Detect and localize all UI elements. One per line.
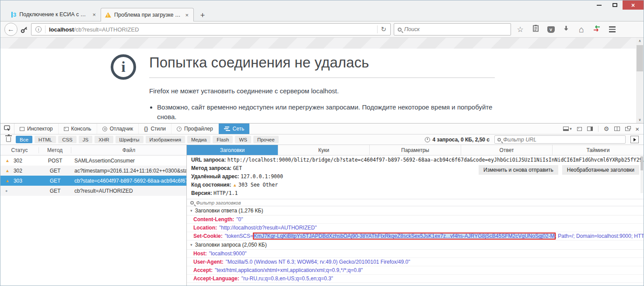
clipboard-icon: [532, 25, 539, 34]
header-value: "Mozilla/5.0 (Windows NT 6.3; WOW64; rv:…: [226, 259, 410, 265]
filter-css[interactable]: CSS: [58, 136, 77, 143]
search-input[interactable]: [404, 26, 507, 32]
search-bar[interactable]: [394, 23, 511, 35]
filter-url-box[interactable]: [494, 135, 626, 144]
divider: [598, 126, 598, 132]
tab-timings[interactable]: Тайминги: [553, 145, 644, 155]
table-row[interactable]: ▲302 GET ac?timestamp=2016.11.24+11:16:0…: [0, 166, 186, 176]
reload-icon[interactable]: ↻: [381, 25, 386, 33]
tab-response[interactable]: Ответ: [461, 145, 553, 155]
inspector-icon: [20, 127, 24, 131]
scrollbar-thumb[interactable]: [640, 156, 643, 170]
maximize-button[interactable]: [607, 0, 623, 10]
download-icon: [563, 25, 569, 34]
tab-error-page[interactable]: Проблема при загрузке … ×: [101, 8, 194, 21]
devtools-tab-debugger[interactable]: Отладчик: [97, 124, 139, 134]
table-row[interactable]: ● GET cb?result=AUTHORIZED: [0, 186, 186, 196]
header-row: Content-Length: "0": [187, 215, 644, 224]
error-bullet: Возможно, сайт временно недоступен или п…: [157, 102, 495, 122]
tab-headers[interactable]: Заголовки: [187, 145, 278, 155]
tab-params[interactable]: Параметры: [370, 145, 461, 155]
devtools-close-icon[interactable]: ×: [635, 125, 639, 133]
sync-button[interactable]: [591, 23, 603, 35]
response-headers-section[interactable]: ▾ Заголовки ответа (1,276 КБ): [187, 206, 644, 215]
scroll-down-icon[interactable]: ∨: [639, 118, 641, 122]
tab-cookies[interactable]: Куки: [278, 145, 370, 155]
blitz-logo-icon: 3: [11, 12, 16, 18]
scrollbar-thumb[interactable]: [637, 45, 643, 71]
devtools-tab-styles[interactable]: {} Стили: [139, 124, 172, 134]
home-button[interactable]: ⌂: [575, 23, 588, 35]
tab-esia[interactable]: 3 Подключение к ЕСИА с … ×: [7, 8, 101, 21]
filter-url-input[interactable]: [503, 137, 623, 143]
filter-fonts[interactable]: Шрифты: [116, 136, 144, 143]
dock-bottom-button[interactable]: ▾: [563, 127, 572, 131]
split-view-icon[interactable]: [614, 127, 620, 131]
scroll-up-icon[interactable]: ∧: [639, 39, 641, 43]
pick-element-button[interactable]: [0, 124, 14, 134]
filter-media[interactable]: Медиа: [187, 136, 210, 143]
cookie-suffix: ; Path=/; Domain=localhost:9000; HTTPOnl…: [555, 233, 644, 239]
close-button[interactable]: ×: [623, 0, 644, 10]
info-icon[interactable]: i: [35, 26, 42, 32]
table-row[interactable]: ▲302 POST SAMLAssertionConsumer: [0, 155, 186, 166]
devtools-tab-console[interactable]: Консоль: [59, 124, 97, 134]
headers-filter-box[interactable]: [187, 199, 644, 206]
popout-window-icon[interactable]: [625, 127, 630, 131]
new-tab-button[interactable]: +: [196, 10, 210, 21]
edit-resend-button[interactable]: Изменить и снова отправить: [479, 165, 558, 175]
raw-headers-button[interactable]: Необработанные заголовки: [562, 165, 639, 175]
url-bar[interactable]: i localhost/cb?result=AUTHORIZED ↻: [31, 23, 391, 35]
column-method[interactable]: Метод: [39, 147, 71, 153]
hamburger-icon: [609, 26, 616, 32]
filter-other[interactable]: Прочее: [253, 136, 279, 143]
sidebar-toggle-icon[interactable]: [587, 127, 593, 131]
filter-js[interactable]: JS: [79, 136, 92, 143]
request-headers-section[interactable]: ▾ Заголовки запроса (2,050 КБ): [187, 240, 644, 250]
minimize-button[interactable]: [591, 0, 607, 10]
status-code: 302: [14, 158, 22, 164]
file: ac?timestamp=2016.11.24+11:16:02++0300&s…: [71, 168, 186, 174]
devtools-tab-label: Отладчик: [110, 126, 133, 132]
twisty-icon[interactable]: ▾: [190, 208, 192, 213]
filter-all[interactable]: Все: [16, 136, 32, 143]
details-scrollbar[interactable]: [640, 156, 643, 193]
tab-close-icon[interactable]: ×: [91, 11, 97, 18]
filter-ws[interactable]: WS: [235, 136, 251, 143]
column-status[interactable]: Статус: [0, 147, 39, 153]
filter-xhr[interactable]: XHR: [94, 136, 113, 143]
headers-filter-input[interactable]: [196, 200, 644, 205]
downloads-button[interactable]: [560, 23, 572, 35]
request-details-pane: Заголовки Куки Параметры Ответ Тайминги …: [187, 145, 644, 286]
devtools-tab-profiler[interactable]: Профайлер: [172, 124, 219, 134]
header-name: Accept-Language:: [193, 275, 239, 282]
back-button[interactable]: ←: [4, 23, 18, 36]
filter-images[interactable]: Изображения: [146, 136, 185, 143]
tab-close-icon[interactable]: ×: [184, 12, 189, 18]
file: cb?state=c4604f97-b897-5692-68aa-acb94c6…: [71, 178, 186, 184]
request-method: GET: [233, 165, 242, 171]
clear-requests-icon[interactable]: [6, 137, 11, 142]
table-row-selected[interactable]: ▲303 GET cb?state=c4604f97-b897-5692-68a…: [0, 176, 186, 186]
pick-element-icon: [4, 125, 10, 132]
requests-summary: 4 запроса, 0 КБ, 2,50 с: [425, 137, 490, 143]
filter-flash[interactable]: Flash: [213, 136, 233, 143]
header-name: Location:: [193, 225, 217, 231]
request-list-empty-area: [0, 196, 186, 286]
column-file[interactable]: Файл: [71, 147, 186, 153]
hazard-stripes: [0, 38, 644, 49]
twisty-icon[interactable]: ▾: [190, 243, 192, 247]
gear-icon[interactable]: ⚙: [604, 125, 609, 132]
split-console-icon[interactable]: [577, 127, 582, 131]
reading-list-button[interactable]: [529, 23, 542, 35]
devtools-tab-label: Стили: [150, 126, 166, 132]
navigation-toolbar: ← i localhost/cb?result=AUTHORIZED ↻ ☆ v: [0, 21, 644, 38]
devtools-tab-network[interactable]: Сеть: [219, 124, 250, 134]
braces-icon: {}: [144, 126, 148, 132]
filter-html[interactable]: HTML: [35, 136, 56, 143]
toggle-details-pane-button[interactable]: [630, 136, 639, 143]
pocket-button[interactable]: v: [545, 23, 557, 35]
devtools-tab-inspector[interactable]: Инспектор: [14, 124, 59, 134]
bookmark-star-button[interactable]: ☆: [514, 23, 526, 35]
menu-button[interactable]: [606, 23, 618, 35]
